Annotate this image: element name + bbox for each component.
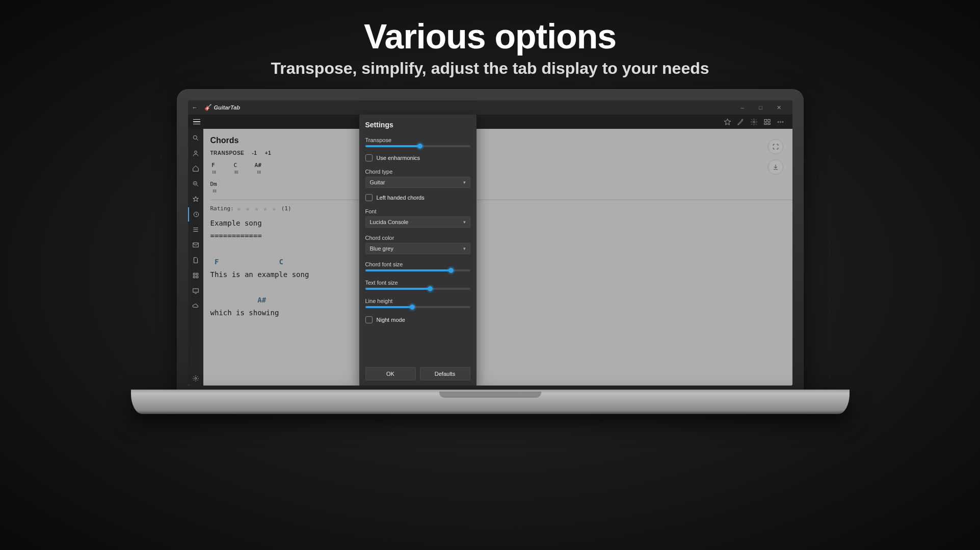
expand-button[interactable] xyxy=(768,139,783,154)
chord-inline: F xyxy=(215,256,219,268)
sidebar-settings-icon[interactable] xyxy=(188,371,203,386)
promo-title: Various options xyxy=(0,16,980,56)
edit-icon[interactable] xyxy=(734,115,748,128)
lyric-line: which is showing xyxy=(210,309,279,317)
svg-point-9 xyxy=(194,151,197,153)
menu-button[interactable] xyxy=(193,116,205,128)
rating-row: Rating: ☆ ☆ ☆ ☆ ☆ (1) xyxy=(210,200,792,214)
svg-point-6 xyxy=(780,121,781,122)
sidebar xyxy=(188,129,203,386)
separator: ============ xyxy=(210,232,262,240)
svg-rect-16 xyxy=(196,276,198,278)
transpose-controls: TRANSPOSE -1 +1 xyxy=(210,150,792,156)
promo-subtitle: Transpose, simplify, adjust the tab disp… xyxy=(0,59,980,78)
svg-point-8 xyxy=(193,135,197,139)
settings-icon[interactable] xyxy=(748,115,761,128)
settings-title: Settings xyxy=(365,121,470,129)
sidebar-grid-icon[interactable] xyxy=(188,268,203,283)
chord-type-label: Chord type xyxy=(365,169,470,175)
layout-icon[interactable] xyxy=(761,115,774,128)
night-mode-label: Night mode xyxy=(377,317,405,323)
window-close[interactable]: ✕ xyxy=(770,104,788,111)
chord-type-select[interactable]: Guitar▾ xyxy=(365,177,470,188)
chord-inline: C xyxy=(279,256,283,268)
titlebar: ← 🎸 GuitarTab – □ ✕ xyxy=(188,100,792,115)
svg-rect-13 xyxy=(193,273,195,275)
sidebar-home-icon[interactable] xyxy=(188,161,203,176)
chord-color-label: Chord color xyxy=(365,235,470,241)
svg-rect-2 xyxy=(768,119,770,121)
main-content: Chords TRANSPOSE -1 +1 F xyxy=(203,129,792,386)
svg-rect-3 xyxy=(764,123,766,124)
toolbar xyxy=(188,115,792,129)
chord-font-size-slider[interactable] xyxy=(365,269,470,271)
song-title: Example song xyxy=(210,219,262,227)
sidebar-user-icon[interactable] xyxy=(188,146,203,160)
rating-stars[interactable]: ☆ ☆ ☆ ☆ ☆ xyxy=(237,205,281,212)
tab-text: Example song ============ F C This is an… xyxy=(210,217,792,320)
rating-label: Rating: xyxy=(210,205,234,212)
chords-heading: Chords xyxy=(210,136,792,145)
sidebar-cloud-icon[interactable] xyxy=(188,299,203,313)
chevron-down-icon: ▾ xyxy=(463,180,466,185)
font-value: Lucida Console xyxy=(370,219,409,225)
left-handed-label: Left handed chords xyxy=(377,195,425,201)
sidebar-mail-icon[interactable] xyxy=(188,238,203,252)
svg-point-18 xyxy=(195,377,197,379)
lyric-line: This is an example song xyxy=(210,270,309,279)
more-icon[interactable] xyxy=(774,115,787,128)
transpose-label: Transpose xyxy=(365,137,470,143)
sidebar-history-icon[interactable] xyxy=(188,207,203,222)
svg-rect-15 xyxy=(193,276,195,278)
svg-rect-17 xyxy=(193,289,198,292)
night-mode-checkbox[interactable]: Night mode xyxy=(365,316,470,323)
ok-button[interactable]: OK xyxy=(365,367,416,380)
chord-label: Dm xyxy=(210,181,217,187)
download-button[interactable] xyxy=(768,159,783,175)
chord-diagram: A# 1133 III xyxy=(255,162,261,175)
sidebar-list-icon[interactable] xyxy=(188,223,203,237)
chord-label: A# xyxy=(255,162,261,169)
chord-color-value: Blue grey xyxy=(370,245,393,252)
favorite-icon[interactable] xyxy=(721,115,734,128)
svg-rect-1 xyxy=(764,119,766,121)
window-minimize[interactable]: – xyxy=(733,104,752,111)
sidebar-display-icon[interactable] xyxy=(188,284,203,298)
rating-count: (1) xyxy=(281,205,292,212)
chevron-down-icon: ▾ xyxy=(463,246,466,251)
window-maximize[interactable]: □ xyxy=(752,104,770,111)
chord-diagram: F 11243 III xyxy=(210,162,217,175)
sidebar-file-icon[interactable] xyxy=(188,253,203,267)
chord-diagram: Dm 123 x x o xyxy=(210,181,217,194)
app-icon: 🎸 xyxy=(204,104,212,111)
transpose-up-button[interactable]: +1 xyxy=(265,150,271,156)
text-font-size-label: Text font size xyxy=(365,280,470,286)
chevron-down-icon: ▾ xyxy=(463,219,466,225)
svg-point-0 xyxy=(753,121,755,123)
line-height-slider[interactable] xyxy=(365,306,470,308)
sidebar-star-icon[interactable] xyxy=(188,192,203,206)
chord-type-value: Guitar xyxy=(370,179,385,185)
chord-color-select[interactable]: Blue grey▾ xyxy=(365,243,470,254)
transpose-slider[interactable] xyxy=(365,145,470,147)
use-enharmonics-checkbox[interactable]: Use enharmonics xyxy=(365,154,470,161)
transpose-label: TRANSPOSE xyxy=(210,150,245,156)
chord-font-size-label: Chord font size xyxy=(365,261,470,267)
use-enharmonics-label: Use enharmonics xyxy=(377,155,420,161)
sidebar-zoom-icon[interactable] xyxy=(188,177,203,191)
svg-rect-4 xyxy=(768,123,770,124)
app-screen: ← 🎸 GuitarTab – □ ✕ xyxy=(188,100,792,386)
laptop-base xyxy=(131,390,850,414)
sidebar-search-icon[interactable] xyxy=(188,131,203,145)
chord-label: C xyxy=(233,162,237,169)
transpose-down-button[interactable]: -1 xyxy=(252,150,257,156)
back-button[interactable]: ← xyxy=(192,104,204,111)
defaults-button[interactable]: Defaults xyxy=(420,367,470,380)
text-font-size-slider[interactable] xyxy=(365,288,470,290)
font-select[interactable]: Lucida Console▾ xyxy=(365,216,470,228)
left-handed-checkbox[interactable]: Left handed chords xyxy=(365,194,470,201)
font-label: Font xyxy=(365,208,470,214)
laptop-mockup: ← 🎸 GuitarTab – □ ✕ xyxy=(177,89,804,414)
svg-rect-12 xyxy=(193,243,198,247)
settings-panel: Settings Transpose Use enharmonics Chord… xyxy=(359,115,476,386)
